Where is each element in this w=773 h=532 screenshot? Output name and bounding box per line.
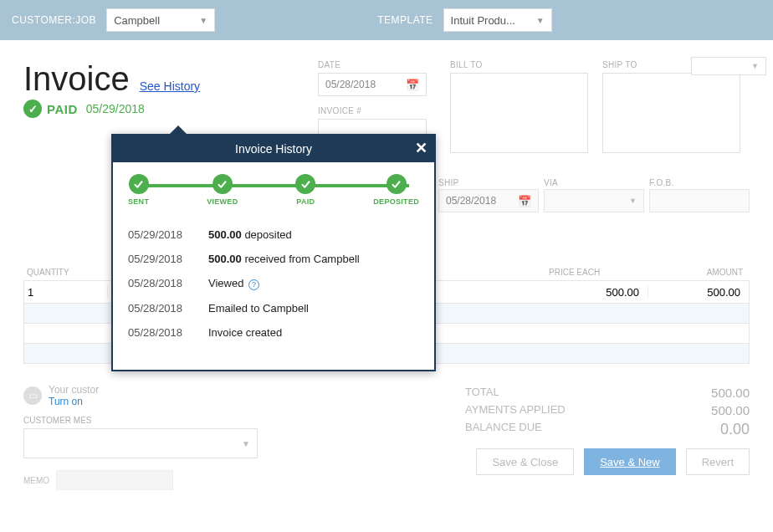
timeline-step-deposited: DEPOSITED <box>373 174 419 206</box>
memo-label: MEMO <box>23 476 49 485</box>
total-label: TOTAL <box>465 386 499 400</box>
history-row: 05/28/2018Invoice created <box>128 320 419 345</box>
info-icon[interactable]: ? <box>248 279 259 290</box>
revert-button[interactable]: Revert <box>686 448 750 475</box>
ship-to-dropdown[interactable]: ▼ <box>691 57 766 75</box>
history-text: 500.00 deposited <box>208 228 292 241</box>
page-title: Invoice <box>23 60 130 98</box>
history-list: 05/29/2018500.00 deposited05/29/2018500.… <box>113 211 434 370</box>
customer-job-value: Campbell <box>114 14 160 27</box>
col-price: PRICE EACH <box>549 268 649 277</box>
customer-job-select[interactable]: Campbell ▼ <box>106 8 215 32</box>
checkmark-icon <box>386 174 407 194</box>
history-row: 05/28/2018Viewed ? <box>128 271 419 296</box>
history-row: 05/29/2018500.00 deposited <box>128 223 419 247</box>
payments-label: AYMENTS APPLIED <box>465 403 566 417</box>
date-label: DATE <box>318 60 427 69</box>
chevron-down-icon: ▼ <box>751 62 759 70</box>
invoice-no-label: INVOICE # <box>318 106 427 115</box>
close-icon[interactable]: ✕ <box>415 139 427 157</box>
history-date: 05/28/2018 <box>128 326 193 339</box>
history-date: 05/29/2018 <box>128 253 193 265</box>
chevron-down-icon: ▼ <box>199 16 207 25</box>
chevron-down-icon: ▼ <box>629 197 637 205</box>
template-label: TEMPLATE <box>377 14 433 26</box>
top-bar: CUSTOMER:JOB Campbell ▼ TEMPLATE Intuit … <box>0 0 773 40</box>
popup-header: Invoice History ✕ <box>113 136 434 162</box>
popup-title: Invoice History <box>235 142 312 156</box>
via-select[interactable]: ▼ <box>544 189 644 212</box>
save-new-button[interactable]: Save & New <box>584 448 676 475</box>
checkmark-icon <box>295 174 315 194</box>
ship-label: SHIP <box>438 178 539 187</box>
template-value: Intuit Produ... <box>451 14 515 27</box>
ship-to-input[interactable] <box>602 73 740 153</box>
paid-label: PAID <box>47 102 78 116</box>
save-close-button[interactable]: Save & Close <box>476 448 574 475</box>
history-date: 05/28/2018 <box>128 277 193 290</box>
balance-label: BALANCE DUE <box>465 421 542 438</box>
timeline-step-sent: SENT <box>128 174 149 206</box>
customer-message-select[interactable]: ▼ <box>23 428 258 458</box>
timeline-step-viewed: VIEWED <box>207 174 238 206</box>
cell-price: 500.00 <box>548 286 648 299</box>
history-row: 05/29/2018500.00 received from Campbell <box>128 247 419 271</box>
timeline-step-paid: PAID <box>295 174 315 206</box>
checkmark-icon: ✓ <box>23 100 42 118</box>
fob-input[interactable] <box>649 189 750 212</box>
card-icon: ▭ <box>23 386 42 405</box>
calendar-icon: 📅 <box>406 79 419 91</box>
balance-value: 0.00 <box>720 421 750 438</box>
history-text: Emailed to Campbell <box>208 302 309 315</box>
turn-on-link[interactable]: Turn on <box>49 396 83 407</box>
cell-qty: 1 <box>24 286 108 299</box>
chevron-down-icon: ▼ <box>536 16 545 25</box>
see-history-link[interactable]: See History <box>140 79 200 93</box>
col-amount: AMOUNT <box>649 268 750 277</box>
checkmark-icon <box>212 174 233 194</box>
date-input[interactable]: 05/28/2018 📅 <box>318 73 427 96</box>
history-text: Invoice created <box>208 326 282 339</box>
calendar-icon: 📅 <box>518 195 531 207</box>
bill-to-label: BILL TO <box>450 60 588 69</box>
template-select[interactable]: Intuit Produ... ▼ <box>443 8 552 32</box>
memo-input[interactable] <box>56 470 173 490</box>
paid-date: 05/29/2018 <box>86 102 145 115</box>
chevron-down-icon: ▼ <box>242 439 250 448</box>
invoice-history-popup: Invoice History ✕ SENT VIEWED PAID DEPOS… <box>111 134 436 371</box>
col-quantity: QUANTITY <box>23 268 107 277</box>
cell-amount: 500.00 <box>648 286 749 299</box>
total-value: 500.00 <box>711 386 750 400</box>
ship-date-input[interactable]: 05/28/2018 📅 <box>438 189 539 212</box>
online-pay-text: Your custor <box>49 384 99 396</box>
customer-message-label: CUSTOMER MES <box>23 416 258 425</box>
bill-to-input[interactable] <box>450 73 588 153</box>
history-text: 500.00 received from Campbell <box>208 253 360 265</box>
history-date: 05/28/2018 <box>128 302 193 315</box>
customer-job-label: CUSTOMER:JOB <box>12 14 96 26</box>
history-date: 05/29/2018 <box>128 228 193 241</box>
history-text: Viewed ? <box>208 277 259 290</box>
history-row: 05/28/2018Emailed to Campbell <box>128 296 419 320</box>
checkmark-icon <box>129 174 149 194</box>
payments-value: 500.00 <box>711 403 750 417</box>
via-label: VIA <box>544 178 644 187</box>
fob-label: F.O.B. <box>649 178 750 187</box>
